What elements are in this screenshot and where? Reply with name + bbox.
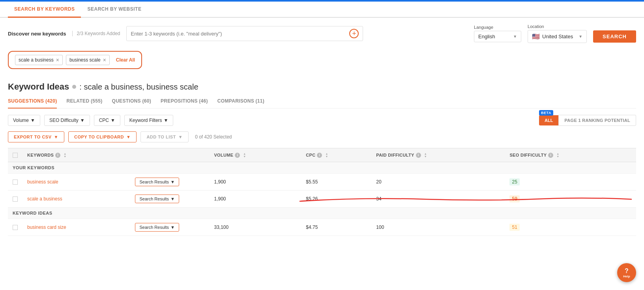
language-label: Language xyxy=(474,25,521,30)
tab-by-keywords[interactable]: SEARCH BY KEYWORDS xyxy=(8,2,81,18)
location-value: United States xyxy=(542,34,573,39)
sub-tab-comparisons[interactable]: COMPARISONS (11) xyxy=(217,98,264,109)
row2-keyword-link[interactable]: scale a business xyxy=(27,196,62,202)
row1-keyword-link[interactable]: business scale xyxy=(27,179,58,185)
volume-chevron-icon: ▼ xyxy=(30,118,35,123)
ranking-area: BETA ALL PAGE 1 RANKING POTENTIAL xyxy=(539,115,636,126)
export-csv-button[interactable]: EXPORT TO CSV ▼ xyxy=(8,131,64,142)
sub-tab-questions[interactable]: QUESTIONS (60) xyxy=(112,98,152,109)
search-input-wrapper[interactable]: + xyxy=(126,26,363,41)
row1-checkbox[interactable] xyxy=(13,180,18,185)
cpc-filter-button[interactable]: CPC ▼ xyxy=(94,115,120,126)
add-keyword-button[interactable]: + xyxy=(349,29,359,38)
row1-paid-difficulty: 20 xyxy=(371,174,505,191)
table-row: scale a business Search Results ▼ 1,900 … xyxy=(8,191,636,208)
tabs-bar: SEARCH BY KEYWORDS SEARCH BY WEBSITE xyxy=(0,2,644,18)
cpc-sort-icon[interactable]: ▲▼ xyxy=(325,152,328,158)
keyword-tag-1: scale a business × xyxy=(15,55,63,65)
volume-info-icon[interactable]: i xyxy=(235,153,240,158)
table-row: business scale Search Results ▼ 1,900 $5… xyxy=(8,174,636,191)
paid-diff-info-icon[interactable]: i xyxy=(416,153,421,158)
keyword-tag-2-close[interactable]: × xyxy=(103,57,106,63)
copy-clipboard-button[interactable]: COPY TO CLIPBOARD ▼ xyxy=(68,131,137,142)
keywords-info-icon[interactable]: i xyxy=(55,153,60,158)
row2-search-results-chevron: ▼ xyxy=(170,196,175,201)
copy-chevron-icon: ▼ xyxy=(126,135,131,139)
row3-search-results-label: Search Results xyxy=(139,225,169,230)
beta-badge: BETA xyxy=(539,110,553,116)
discover-label: Discover new keywords xyxy=(8,31,66,37)
seo-diff-sort-icon[interactable]: ▲▼ xyxy=(556,152,559,158)
language-value: English xyxy=(478,34,495,39)
flag-icon: 🇺🇸 xyxy=(532,33,540,40)
row3-seo-difficulty: 51 xyxy=(509,224,519,231)
search-input[interactable] xyxy=(131,31,349,37)
volume-filter-button[interactable]: Volume ▼ xyxy=(8,115,40,126)
seo-diff-chevron-icon: ▼ xyxy=(80,118,85,123)
export-chevron-icon: ▼ xyxy=(54,135,58,139)
volume-filter-label: Volume xyxy=(13,118,29,123)
row3-search-results-button[interactable]: Search Results ▼ xyxy=(135,223,179,232)
keywords-sort-icon[interactable]: ▲▼ xyxy=(64,152,66,158)
volume-header: VOLUME xyxy=(214,153,233,157)
row2-search-results-button[interactable]: Search Results ▼ xyxy=(135,195,179,203)
sub-tab-related[interactable]: RELATED (555) xyxy=(66,98,102,109)
kw-filters-chevron-icon: ▼ xyxy=(164,118,168,123)
seo-difficulty-header: SEO DIFFICULTY xyxy=(509,153,547,157)
tab-by-website[interactable]: SEARCH BY WEBSITE xyxy=(81,2,148,18)
sub-tab-suggestions[interactable]: SUGGESTIONS (420) xyxy=(8,98,57,109)
clear-all-button[interactable]: Clear All xyxy=(116,57,135,63)
row1-volume: 1,900 xyxy=(209,174,301,191)
row2-checkbox[interactable] xyxy=(13,196,18,202)
keyword-ideas-section: Keyword Ideas : scale a business, busine… xyxy=(0,82,644,236)
keyword-ideas-subtitle: : scale a business, business scale xyxy=(79,82,198,92)
seo-diff-info-icon[interactable]: i xyxy=(548,153,553,158)
language-dropdown[interactable]: English ▼ xyxy=(474,31,521,42)
all-ranking-button[interactable]: ALL xyxy=(539,115,558,125)
table-wrapper: KEYWORDS i ▲▼ VOLUME i ▲▼ xyxy=(8,148,636,236)
export-label: EXPORT TO CSV xyxy=(14,135,52,139)
row2-search-results-label: Search Results xyxy=(139,196,169,201)
add-to-list-button[interactable]: ADD TO LIST ▼ xyxy=(140,131,189,142)
keywords-added: 2/3 Keywords Added xyxy=(72,31,120,36)
location-chevron-icon: ▼ xyxy=(578,34,582,39)
row3-keyword-link[interactable]: business card size xyxy=(27,225,66,230)
row3-checkbox[interactable] xyxy=(13,225,18,230)
table-row: business card size Search Results ▼ 33,1… xyxy=(8,219,636,236)
row2-seo-difficulty: 59 xyxy=(509,195,519,202)
page1-ranking-button[interactable]: PAGE 1 RANKING POTENTIAL xyxy=(558,115,636,126)
sub-tabs: SUGGESTIONS (420) RELATED (555) QUESTION… xyxy=(8,98,636,109)
table-container: KEYWORDS i ▲▼ VOLUME i ▲▼ xyxy=(8,148,636,236)
keyword-ideas-label: KEYWORD IDEAS xyxy=(13,211,52,215)
keyword-tag-2-label: business scale xyxy=(69,57,101,63)
row1-search-results-button[interactable]: Search Results ▼ xyxy=(135,178,179,186)
keyword-tag-2: business scale × xyxy=(66,55,110,65)
add-to-list-label: ADD TO LIST xyxy=(146,135,176,139)
language-chevron-icon: ▼ xyxy=(513,34,517,39)
paid-diff-sort-icon[interactable]: ▲▼ xyxy=(424,152,427,158)
seo-difficulty-filter-button[interactable]: SEO Difficulty ▼ xyxy=(44,115,90,126)
cpc-info-icon[interactable]: i xyxy=(317,153,322,158)
row2-cpc: $5.26 xyxy=(301,191,371,208)
add-list-chevron-icon: ▼ xyxy=(178,135,183,139)
row3-search-results-chevron: ▼ xyxy=(170,225,175,230)
volume-sort-icon[interactable]: ▲▼ xyxy=(243,152,246,158)
select-all-checkbox[interactable] xyxy=(13,153,18,158)
cpc-header: CPC xyxy=(306,153,315,157)
search-section: Discover new keywords 2/3 Keywords Added… xyxy=(0,18,644,51)
row3-cpc: $4.75 xyxy=(301,219,371,236)
paid-difficulty-header: PAID DIFFICULTY xyxy=(376,153,414,157)
search-button[interactable]: SEARCH xyxy=(593,30,636,43)
sub-tab-prepositions[interactable]: PREPOSITIONS (46) xyxy=(161,98,208,109)
keyword-ideas-title: Keyword Ideas : scale a business, busine… xyxy=(8,82,636,92)
filters-row: Volume ▼ SEO Difficulty ▼ CPC ▼ Keyword … xyxy=(8,115,636,126)
row1-search-results-chevron: ▼ xyxy=(170,180,175,184)
keyword-filters-button[interactable]: Keyword Filters ▼ xyxy=(124,115,174,126)
cpc-chevron-icon: ▼ xyxy=(110,118,115,123)
row1-seo-difficulty: 25 xyxy=(509,178,519,185)
keyword-tag-1-close[interactable]: × xyxy=(56,57,59,63)
row1-search-results-label: Search Results xyxy=(139,180,169,184)
location-dropdown[interactable]: 🇺🇸 United States ▼ xyxy=(528,30,587,43)
keyword-ideas-heading: Keyword Ideas xyxy=(8,82,69,92)
row3-paid-difficulty: 100 xyxy=(371,219,505,236)
